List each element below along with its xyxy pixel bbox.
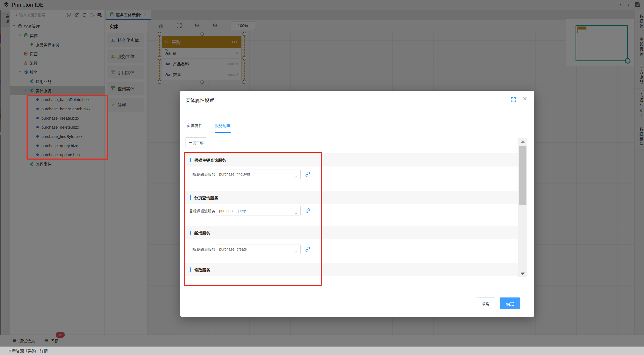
dialog-tabs: 实体属性服务配置 — [187, 122, 231, 133]
app-window: Primeton-IDE ‹ › 资源 AIEn中 农资管理实体服务实体示例页面… — [0, 0, 644, 355]
status-detail-text: 查看资源「采购」详情 — [8, 348, 48, 354]
fullscreen-icon[interactable] — [511, 97, 516, 103]
one-click-generate-button[interactable]: 一键生成 — [185, 137, 207, 147]
scroll-down-icon[interactable] — [518, 270, 527, 277]
scroll-up-icon[interactable] — [518, 138, 527, 145]
dialog-tab-服务配置[interactable]: 服务配置 — [215, 122, 231, 133]
annotation-box-files — [27, 95, 108, 160]
close-icon[interactable]: ✕ — [522, 95, 527, 102]
ok-button[interactable]: 确定 — [500, 297, 520, 309]
dialog-scrollbar[interactable] — [518, 138, 527, 277]
scrollbar-thumb[interactable] — [519, 146, 526, 205]
tab-divider — [185, 132, 528, 132]
status-bar: 查看资源「采购」详情 — [0, 347, 644, 355]
annotation-box-dialog — [184, 152, 322, 286]
cancel-button[interactable]: 取消 — [476, 297, 495, 309]
dialog-title: 实体属性设置 — [185, 97, 214, 103]
dialog-tab-实体属性[interactable]: 实体属性 — [187, 122, 202, 133]
